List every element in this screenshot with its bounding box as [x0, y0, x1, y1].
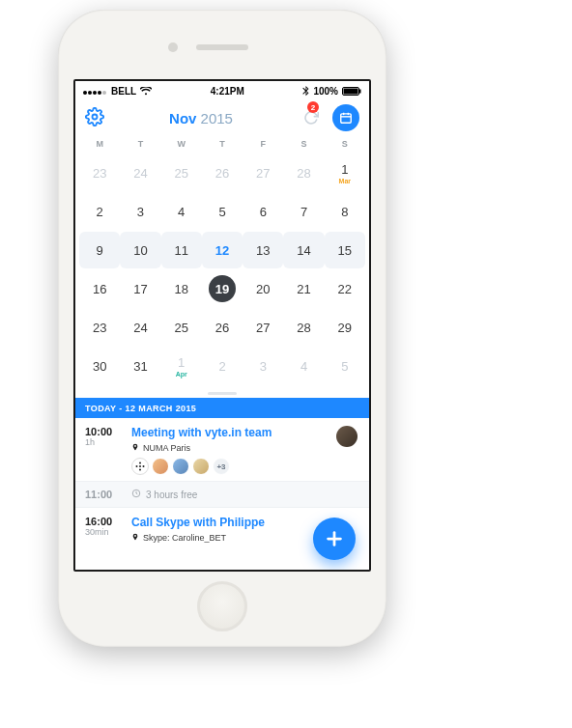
home-button[interactable] [197, 581, 247, 631]
calendar-day[interactable]: 3 [120, 193, 160, 230]
svg-point-9 [139, 462, 141, 464]
avatar-more[interactable]: +3 [213, 458, 230, 475]
weekday-label: S [283, 135, 324, 154]
calendar-drag-handle[interactable] [75, 388, 369, 398]
event-location-text: Skype: Caroline_BET [143, 533, 226, 543]
calendar-day[interactable]: 25 [161, 309, 202, 346]
free-slot-label: 3 hours free [146, 490, 197, 500]
event-duration: 30min [85, 527, 124, 537]
event-title: Meeting with vyte.in team [131, 426, 359, 439]
calendar-day[interactable]: 28 [283, 154, 324, 191]
phone-camera [168, 42, 178, 52]
svg-rect-1 [343, 88, 358, 94]
event-duration: 1h [85, 437, 124, 447]
calendar-day[interactable]: 23 [79, 309, 120, 346]
calendar-day[interactable]: 16 [79, 270, 120, 307]
avatar [152, 458, 169, 475]
calendar-day[interactable]: 18 [161, 270, 202, 307]
avatar [172, 458, 189, 475]
weekday-row: MTWTFSS [75, 135, 369, 154]
calendar-day-today[interactable]: 19 [209, 275, 236, 302]
calendar-day[interactable]: 13 [243, 232, 283, 268]
calendar-day[interactable]: 9 [79, 232, 120, 268]
event-time: 16:00 30min [85, 516, 124, 547]
calendar-day[interactable]: 24 [120, 154, 160, 191]
weekday-label: T [202, 135, 243, 154]
calendar-day[interactable]: 12 [202, 232, 243, 268]
calendar-day[interactable]: 8 [325, 193, 365, 230]
weekday-label: S [325, 135, 365, 154]
svg-rect-4 [341, 114, 352, 123]
calendar-day[interactable]: 4 [283, 348, 324, 384]
event-item[interactable]: 10:00 1h Meeting with vyte.in team NUMA … [75, 418, 369, 482]
weekday-label: W [161, 135, 202, 154]
battery-icon [342, 87, 361, 96]
calendar-day[interactable]: 3 [243, 348, 283, 384]
calendar-day[interactable]: 14 [283, 232, 324, 268]
calendar-day[interactable]: 29 [325, 309, 365, 346]
calendar-day[interactable]: 25 [161, 154, 202, 191]
battery-label: 100% [313, 86, 338, 97]
event-location-text: NUMA Paris [143, 443, 190, 453]
organizer-avatar[interactable] [336, 426, 358, 447]
weekday-label: T [120, 135, 160, 154]
calendar-day[interactable]: 24 [120, 309, 160, 346]
calendar-day[interactable]: 15 [325, 232, 365, 268]
notification-badge[interactable]: 2 [307, 101, 319, 113]
calendar-day[interactable]: 6 [243, 193, 283, 230]
calendar-day[interactable]: 4 [161, 193, 202, 230]
settings-button[interactable] [85, 107, 104, 129]
calendar-day[interactable]: 26 [202, 309, 243, 346]
event-time-value: 16:00 [85, 516, 124, 527]
event-list[interactable]: 10:00 1h Meeting with vyte.in team NUMA … [75, 418, 369, 570]
signal-dots-icon [83, 86, 107, 97]
month-title[interactable]: Nov 2015 [169, 110, 233, 126]
calendar-day[interactable]: 27 [243, 309, 283, 346]
event-time-value: 10:00 [85, 426, 124, 437]
calendar-day[interactable]: 5 [325, 348, 365, 384]
calendar-day[interactable]: 23 [79, 154, 120, 191]
calendar-day[interactable]: 2 [79, 193, 120, 230]
calendar-day[interactable]: 7 [283, 193, 324, 230]
weekday-label: M [79, 135, 120, 154]
phone-speaker [196, 44, 248, 50]
add-event-button[interactable] [313, 518, 356, 560]
calendar-day[interactable]: 22 [325, 270, 365, 307]
calendar-view-button[interactable] [332, 104, 359, 131]
calendar-day[interactable]: 10 [120, 232, 160, 268]
weekday-label: F [243, 135, 283, 154]
svg-point-11 [136, 465, 138, 467]
calendar-day[interactable]: 21 [283, 270, 324, 307]
pin-icon [131, 532, 139, 544]
today-section-header: TODAY - 12 MARCH 2015 [75, 398, 369, 418]
carrier-label: BELL [111, 86, 136, 97]
svg-point-12 [143, 465, 145, 467]
calendar-day[interactable]: 11 [161, 232, 202, 268]
calendar-day[interactable]: 28 [283, 309, 324, 346]
free-slot-time: 11:00 [85, 489, 124, 500]
calendar-day[interactable]: 17 [120, 270, 160, 307]
calendar-day[interactable]: 1Apr [161, 348, 202, 384]
svg-point-10 [139, 469, 141, 471]
event-time: 10:00 1h [85, 426, 124, 475]
wifi-icon [140, 87, 152, 96]
calendar-day[interactable]: 20 [243, 270, 283, 307]
calendar-day[interactable]: 1Mar [325, 154, 365, 191]
svg-point-3 [93, 114, 98, 119]
clock-label: 4:21PM [211, 86, 244, 97]
clock-icon [131, 489, 141, 500]
pin-icon [131, 442, 139, 454]
calendar-day[interactable]: 27 [243, 154, 283, 191]
calendar-day[interactable]: 26 [202, 154, 243, 191]
calendar-day[interactable]: 31 [120, 348, 160, 384]
svg-point-8 [139, 465, 141, 467]
month-label: Nov [169, 110, 196, 126]
calendar-grid: 2324252627281Mar234567891011121314151617… [75, 154, 369, 388]
calendar-day[interactable]: 2 [202, 348, 243, 384]
app-header: Nov 2015 2 [75, 100, 369, 135]
avatar [192, 458, 210, 475]
calendar-day[interactable]: 30 [79, 348, 120, 384]
calendar-day[interactable]: 5 [202, 193, 243, 230]
phone-frame: BELL 4:21PM 100% Nov [58, 10, 386, 647]
free-slot[interactable]: 11:00 3 hours free [75, 482, 369, 508]
